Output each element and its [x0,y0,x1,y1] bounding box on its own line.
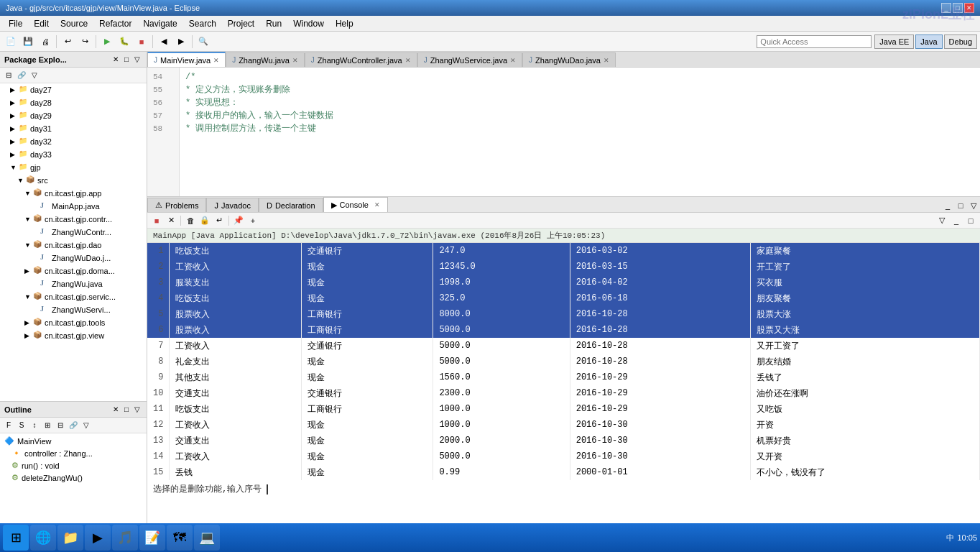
console-remove-btn[interactable]: ✕ [165,214,177,227]
tree-item-cn-contr[interactable]: ▼ 📦 cn.itcast.gjp.contr... [0,213,147,226]
outline-minimize-icon[interactable]: ✕ [111,405,121,414]
bottom-menu-btn[interactable]: ▽ [967,199,980,212]
tree-item-cn-dao[interactable]: ▼ 📦 cn.itcast.gjp.dao [0,239,147,252]
tree-item-gjp[interactable]: ▼ 📁 gjp [0,161,147,174]
tree-item-zhangwucontr[interactable]: J ZhangWuContr... [0,226,147,239]
outline-controller[interactable]: 🔸 controller : Zhang... [3,447,144,459]
code-content[interactable]: /* * 定义方法，实现账务删除 * 实现思想： * 接收用户的输入，输入一个主… [180,68,980,196]
tab-zhangwucontroller-close[interactable]: ✕ [405,57,411,64]
console-terminate-btn[interactable]: ■ [150,214,163,227]
menu-window[interactable]: Window [287,16,330,31]
console-maximize-btn[interactable]: □ [964,214,977,227]
console-clear-btn[interactable]: 🗑 [184,214,197,227]
taskbar-explorer-button[interactable]: 📁 [57,525,83,551]
panel-maximize-icon[interactable]: □ [122,55,131,64]
tab-zhangwudao[interactable]: J ZhangWuDao.java ✕ [522,52,616,67]
quick-access-input[interactable] [757,35,872,48]
tree-item-day31[interactable]: ▶ 📁 day31 [0,122,147,135]
tab-zhangwuservice[interactable]: J ZhangWuService.java ✕ [417,52,522,67]
collapse-all-button[interactable]: ⊟ [3,70,14,81]
tab-zhangwudao-close[interactable]: ✕ [604,57,609,64]
toolbar-forward[interactable]: ▶ [173,34,189,50]
taskbar-btn6[interactable]: 📝 [139,525,165,551]
maximize-button[interactable]: □ [953,3,963,13]
console-view-menu-btn[interactable]: ▽ [935,214,948,227]
bottom-maximize-btn[interactable]: □ [954,199,967,212]
toolbar-debug[interactable]: 🐛 [116,34,132,50]
tab-zhangwu[interactable]: J ZhangWu.java ✕ [226,52,305,67]
close-button[interactable]: ✕ [964,3,974,13]
tab-zhangwu-close[interactable]: ✕ [292,57,298,64]
tab-console[interactable]: ▶ Console ✕ [323,197,388,212]
tree-item-src[interactable]: ▼ 📦 src [0,174,147,187]
tab-javadoc[interactable]: J Javadoc [206,198,258,212]
tree-item-cn-domain[interactable]: ▶ 📦 cn.itcast.gjp.doma... [0,264,147,277]
editor-scroll[interactable] [147,196,980,197]
tree-item-cn-view[interactable]: ▶ 📦 cn.itcast.gjp.view [0,329,147,342]
menu-help[interactable]: Help [330,16,359,31]
panel-menu-icon[interactable]: ▽ [132,55,142,64]
tree-item-day33[interactable]: ▶ 📁 day33 [0,148,147,161]
console-new-btn[interactable]: + [246,214,259,227]
outline-hide-static[interactable]: S [16,420,27,431]
outline-expand[interactable]: ⊞ [42,420,53,431]
outline-link[interactable]: 🔗 [68,420,79,431]
tree-item-cn-app[interactable]: ▼ 📦 cn.itcast.gjp.app [0,187,147,200]
bottom-minimize-btn[interactable]: _ [941,199,954,212]
taskbar-ie-button[interactable]: 🌐 [30,525,56,551]
outline-mainview[interactable]: 🔷 MainView [3,435,144,447]
perspective-java-ee[interactable]: Java EE [874,34,914,49]
console-pin-btn[interactable]: 📌 [232,214,245,227]
package-tree[interactable]: ▶ 📁 day27 ▶ 📁 day28 ▶ 📁 day29 ▶ 📁 day31 [0,83,147,401]
outline-collapse[interactable]: ⊟ [55,420,66,431]
tree-item-zhangwuserv[interactable]: J ZhangWuServi... [0,303,147,316]
console-minimize-btn[interactable]: _ [950,214,963,227]
toolbar-print[interactable]: 🖨 [37,34,53,50]
outline-menu-icon[interactable]: ▽ [132,405,142,414]
tab-zhangwuservice-close[interactable]: ✕ [510,57,516,64]
tree-item-day32[interactable]: ▶ 📁 day32 [0,135,147,148]
outline-delete[interactable]: ⚙ deleteZhangWu() [3,472,144,484]
outline-hide-fields[interactable]: F [3,420,14,431]
outline-maximize-icon[interactable]: □ [122,405,131,414]
menu-edit[interactable]: Edit [28,16,55,31]
toolbar-stop[interactable]: ■ [134,34,149,50]
tree-item-day29[interactable]: ▶ 📁 day29 [0,109,147,122]
toolbar-redo[interactable]: ↪ [77,34,93,50]
toolbar-back[interactable]: ◀ [156,34,172,50]
console-content[interactable]: MainApp [Java Application] D:\develop\Ja… [147,229,980,530]
menu-file[interactable]: File [3,16,28,31]
menu-source[interactable]: Source [55,16,93,31]
tree-item-mainapp[interactable]: J MainApp.java [0,200,147,213]
tree-item-day28[interactable]: ▶ 📁 day28 [0,96,147,109]
outline-sort[interactable]: ↕ [29,420,40,431]
toolbar-save[interactable]: 💾 [20,34,36,50]
toolbar-new[interactable]: 📄 [3,34,19,50]
outline-menu[interactable]: ▽ [80,420,92,431]
outline-run[interactable]: ⚙ run() : void [3,459,144,472]
perspective-java[interactable]: Java [915,34,942,49]
tab-declaration[interactable]: D Declaration [259,198,323,212]
explorer-menu-button[interactable]: ▽ [29,70,40,81]
tree-item-zhangwu[interactable]: J ZhangWu.java [0,277,147,290]
menu-run[interactable]: Run [260,16,287,31]
panel-minimize-icon[interactable]: ✕ [111,55,121,64]
toolbar-search[interactable]: 🔍 [195,34,211,50]
tree-item-cn-tools[interactable]: ▶ 📦 cn.itcast.gjp.tools [0,316,147,329]
minimize-button[interactable]: _ [941,3,951,13]
console-scroll-lock-btn[interactable]: 🔒 [198,214,211,227]
taskbar-start-button[interactable]: ⊞ [3,525,29,551]
tab-zhangwucontroller[interactable]: J ZhangWuController.java ✕ [305,52,417,67]
toolbar-undo[interactable]: ↩ [60,34,75,50]
taskbar-media-button[interactable]: ▶ [85,525,111,551]
tab-mainview-close[interactable]: ✕ [213,57,219,64]
link-with-editor-button[interactable]: 🔗 [16,70,27,81]
taskbar-btn5[interactable]: 🎵 [112,525,138,551]
toolbar-run[interactable]: ▶ [99,34,115,50]
outline-tree[interactable]: 🔷 MainView 🔸 controller : Zhang... ⚙ run… [0,433,147,530]
perspective-debug[interactable]: Debug [944,34,977,49]
editor-area[interactable]: 54 55 56 57 58 /* * 定义方法，实现账务删除 * 实现思想： … [147,68,980,197]
menu-search[interactable]: Search [183,16,222,31]
taskbar-btn7[interactable]: 🗺 [167,525,193,551]
menu-navigate[interactable]: Navigate [137,16,182,31]
